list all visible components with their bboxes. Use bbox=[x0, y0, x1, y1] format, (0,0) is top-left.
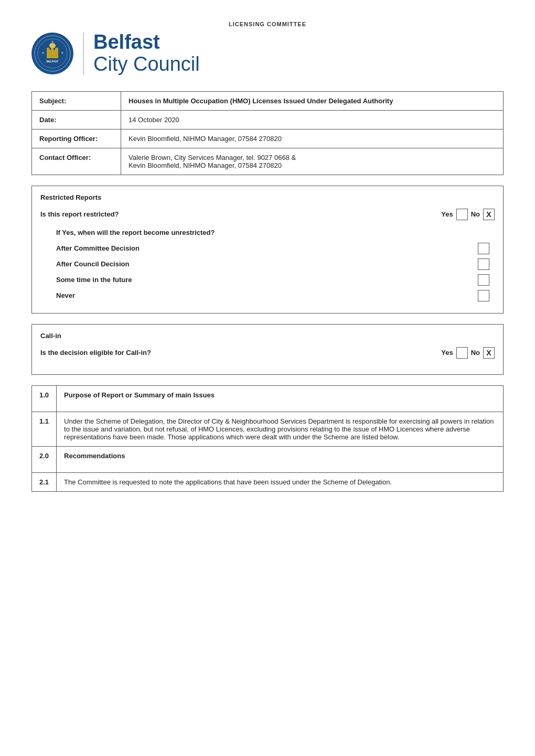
svg-text:★: ★ bbox=[41, 51, 45, 55]
logo-text: Belfast City Council bbox=[93, 31, 200, 75]
info-value: 14 October 2020 bbox=[121, 110, 504, 129]
svg-rect-4 bbox=[51, 48, 54, 52]
numbered-sections-table: 1.0Purpose of Report or Summary of main … bbox=[31, 385, 504, 492]
logo-area: BELFAST ★ ★ ★ Belfast City Council bbox=[31, 31, 200, 75]
no-label: No bbox=[471, 210, 480, 218]
numbered-row: 2.0Recommendations bbox=[32, 446, 504, 472]
option-row: After Council Decision bbox=[56, 258, 495, 270]
info-table: Subject:Houses in Multiple Occupation (H… bbox=[31, 91, 504, 175]
svg-text:★: ★ bbox=[61, 51, 64, 55]
logo-belfast: Belfast bbox=[93, 31, 200, 53]
option-checkbox[interactable] bbox=[478, 274, 489, 286]
page-header: LICENSING COMMITTEE BELFAST ★ ★ ★ bbox=[31, 21, 504, 75]
callin-yes-label: Yes bbox=[441, 349, 453, 357]
yes-no-area: Yes No X bbox=[441, 209, 495, 220]
option-text: Some time in the future bbox=[56, 276, 132, 284]
section-content: The Committee is requested to note the a… bbox=[57, 472, 504, 491]
council-logo: BELFAST ★ ★ ★ bbox=[31, 33, 73, 74]
callin-question: Is the decision eligible for Call-in? bbox=[40, 349, 441, 357]
yes-label: Yes bbox=[441, 210, 453, 218]
yes-checkbox[interactable] bbox=[456, 209, 468, 220]
info-label: Date: bbox=[32, 110, 121, 129]
info-label: Contact Officer: bbox=[32, 148, 121, 175]
restricted-question: Is this report restricted? bbox=[40, 210, 441, 218]
svg-text:BELFAST: BELFAST bbox=[47, 60, 59, 63]
callin-section: Call-in Is the decision eligible for Cal… bbox=[31, 324, 504, 375]
svg-rect-3 bbox=[47, 48, 49, 52]
section-number: 1.1 bbox=[32, 412, 57, 446]
info-row: Subject:Houses in Multiple Occupation (H… bbox=[32, 91, 504, 110]
numbered-row: 1.1Under the Scheme of Delegation, the D… bbox=[32, 412, 504, 446]
section-number: 2.0 bbox=[32, 446, 57, 472]
if-yes-label: If Yes, when will the report become unre… bbox=[56, 229, 495, 236]
option-checkbox[interactable] bbox=[478, 290, 489, 301]
info-label: Subject: bbox=[32, 91, 121, 110]
section-content: Under the Scheme of Delegation, the Dire… bbox=[57, 412, 504, 446]
numbered-row: 2.1The Committee is requested to note th… bbox=[32, 472, 504, 491]
option-row: After Committee Decision bbox=[56, 243, 495, 254]
restricted-reports-section: Restricted Reports Is this report restri… bbox=[31, 186, 504, 314]
option-checkbox[interactable] bbox=[478, 258, 489, 270]
info-value: Kevin Bloomfield, NIHMO Manager, 07584 2… bbox=[121, 129, 504, 148]
logo-divider bbox=[83, 33, 84, 74]
callin-yes-no-area: Yes No X bbox=[441, 347, 495, 359]
info-row: Contact Officer:Valerie Brown, City Serv… bbox=[32, 148, 504, 175]
callin-title: Call-in bbox=[40, 332, 495, 340]
option-text: Never bbox=[56, 291, 75, 299]
option-row: Never bbox=[56, 290, 495, 301]
svg-point-6 bbox=[49, 43, 56, 48]
committee-title: LICENSING COMMITTEE bbox=[229, 21, 306, 27]
section-content: Recommendations bbox=[57, 446, 504, 472]
svg-rect-5 bbox=[55, 48, 58, 52]
info-value: Valerie Brown, City Services Manager, te… bbox=[121, 148, 504, 175]
info-label: Reporting Officer: bbox=[32, 129, 121, 148]
restricted-reports-title: Restricted Reports bbox=[40, 193, 495, 201]
option-row: Some time in the future bbox=[56, 274, 495, 286]
if-yes-section: If Yes, when will the report become unre… bbox=[56, 229, 495, 301]
info-row: Date:14 October 2020 bbox=[32, 110, 504, 129]
logo-city-council: City Council bbox=[93, 53, 200, 75]
option-text: After Committee Decision bbox=[56, 244, 140, 252]
option-checkbox[interactable] bbox=[478, 243, 489, 254]
section-number: 1.0 bbox=[32, 385, 57, 412]
section-number: 2.1 bbox=[32, 472, 57, 491]
callin-yes-checkbox[interactable] bbox=[456, 347, 468, 359]
info-value: Houses in Multiple Occupation (HMO) Lice… bbox=[121, 91, 504, 110]
restricted-question-row: Is this report restricted? Yes No X bbox=[40, 209, 495, 220]
svg-text:★: ★ bbox=[51, 40, 54, 44]
option-text: After Council Decision bbox=[56, 260, 129, 268]
callin-question-row: Is the decision eligible for Call-in? Ye… bbox=[40, 347, 495, 359]
no-checkbox[interactable]: X bbox=[483, 209, 495, 220]
info-row: Reporting Officer:Kevin Bloomfield, NIHM… bbox=[32, 129, 504, 148]
numbered-row: 1.0Purpose of Report or Summary of main … bbox=[32, 385, 504, 412]
section-content: Purpose of Report or Summary of main Iss… bbox=[57, 385, 504, 412]
callin-no-label: No bbox=[471, 349, 480, 357]
callin-no-checkbox[interactable]: X bbox=[483, 347, 495, 359]
